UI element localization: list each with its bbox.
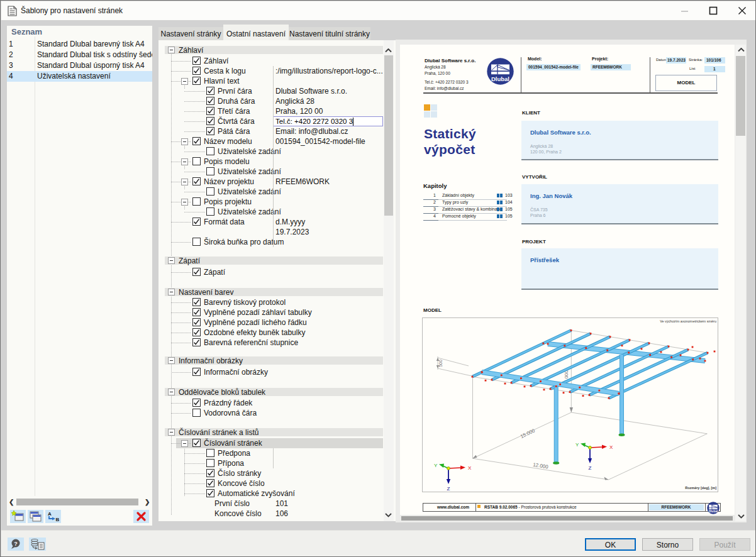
svg-text:12.000: 12.000 — [533, 462, 549, 470]
svg-text:500: 500 — [438, 360, 443, 367]
svg-text:Z: Z — [589, 465, 592, 471]
svg-text:Z: Z — [447, 486, 450, 492]
svg-text:?: ? — [14, 541, 18, 547]
svg-text:B: B — [56, 517, 60, 522]
svg-text:X: X — [609, 444, 613, 450]
svg-text:Dlubal: Dlubal — [491, 75, 509, 82]
svg-text:A: A — [48, 511, 52, 517]
svg-text:15.000: 15.000 — [520, 427, 536, 439]
svg-text:Y: Y — [575, 442, 579, 448]
svg-text:X: X — [468, 465, 472, 471]
svg-text:Y: Y — [434, 463, 438, 468]
svg-text:Dlubal: Dlubal — [709, 510, 718, 513]
